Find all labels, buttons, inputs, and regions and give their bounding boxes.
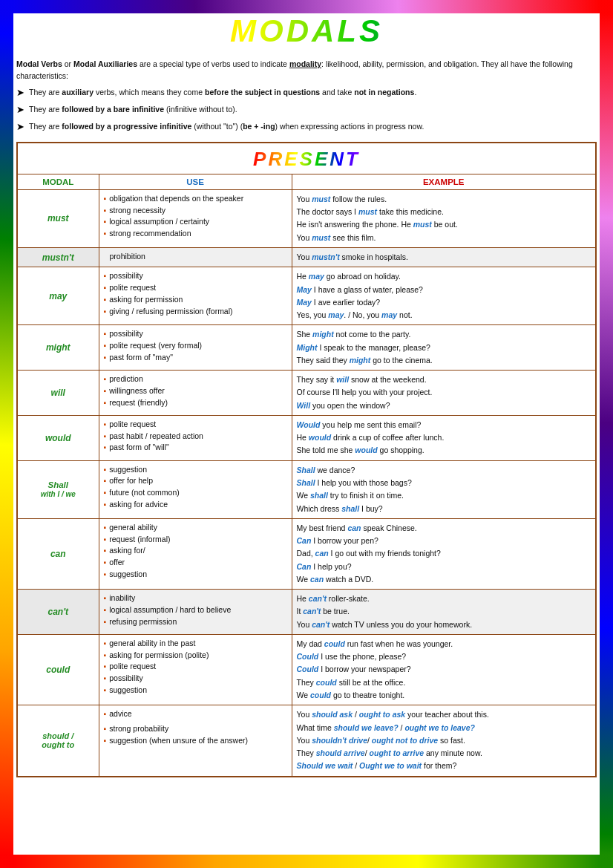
table-row: would ▪polite request ▪past habit / repe… — [17, 415, 596, 460]
use-must: ▪obligation that depends on the speaker … — [99, 189, 292, 247]
table-row: might ▪possibility ▪polite request (very… — [17, 325, 596, 371]
modal-would: would — [17, 415, 99, 460]
use-will: ▪prediction ▪willingness offer ▪request … — [99, 371, 292, 416]
page-title: MODALS — [16, 13, 597, 49]
example-cant: He can't roller-skate. It can't be true.… — [292, 590, 596, 635]
example-shall: Shall we dance? Shall I help you with th… — [292, 460, 596, 518]
table-row: may ▪possibility ▪polite request ▪asking… — [17, 267, 596, 325]
use-can: ▪general ability ▪request (informal) ▪as… — [99, 518, 292, 589]
present-header: PRESENT — [17, 143, 596, 174]
example-would: Would you help me sent this email? He wo… — [292, 415, 596, 460]
table-row: mustn't prohibition You mustn't smoke in… — [17, 248, 596, 267]
table-row: will ▪prediction ▪willingness offer ▪req… — [17, 371, 596, 416]
example-can: My best friend can speak Chinese. Can I … — [292, 518, 596, 589]
col-modal-header: MODAL — [17, 174, 99, 189]
use-should: ▪advice ▪strong probability ▪suggestion … — [99, 705, 292, 777]
modal-mustnt: mustn't — [17, 248, 99, 267]
table-row: Shallwith I / we ▪suggestion ▪offer for … — [17, 460, 596, 518]
col-use-header: USE — [99, 174, 292, 189]
use-may: ▪possibility ▪polite request ▪asking for… — [99, 267, 292, 325]
use-cant: ▪inability ▪logical assumption / hard to… — [99, 590, 292, 635]
table-row: should /ought to ▪advice ▪strong probabi… — [17, 705, 596, 777]
use-shall: ▪suggestion ▪offer for help ▪future (not… — [99, 460, 292, 518]
modal-could: could — [17, 634, 99, 705]
modal-might: might — [17, 325, 99, 371]
intro-section: Modal Verbs or Modal Auxiliaries are a s… — [16, 58, 597, 134]
modal-must: must — [17, 189, 99, 247]
modal-will: will — [17, 371, 99, 416]
modal-may: may — [17, 267, 99, 325]
modals-table: PRESENT MODAL USE EXAMPLE must ▪obligati… — [16, 142, 597, 777]
table-row: can ▪general ability ▪request (informal)… — [17, 518, 596, 589]
use-could: ▪general ability in the past ▪asking for… — [99, 634, 292, 705]
example-mustnt: You mustn't smoke in hospitals. — [292, 248, 596, 267]
table-row: can't ▪inability ▪logical assumption / h… — [17, 590, 596, 635]
use-would: ▪polite request ▪past habit / repeated a… — [99, 415, 292, 460]
use-mustnt: prohibition — [99, 248, 292, 267]
example-will: They say it will snow at the weekend. Of… — [292, 371, 596, 416]
example-must: You must follow the rules. The doctor sa… — [292, 189, 596, 247]
column-headers-row: MODAL USE EXAMPLE — [17, 174, 596, 189]
example-could: My dad could run fast when he was younge… — [292, 634, 596, 705]
table-row: must ▪obligation that depends on the spe… — [17, 189, 596, 247]
example-should: You should ask / ought to ask your teach… — [292, 705, 596, 777]
modal-shall: Shallwith I / we — [17, 460, 99, 518]
example-might: She might not come to the party. Might I… — [292, 325, 596, 371]
table-row: could ▪general ability in the past ▪aski… — [17, 634, 596, 705]
modal-should: should /ought to — [17, 705, 99, 777]
example-may: He may go abroad on holiday. May I have … — [292, 267, 596, 325]
modal-cant: can't — [17, 590, 99, 635]
modal-can: can — [17, 518, 99, 589]
use-might: ▪possibility ▪polite request (very forma… — [99, 325, 292, 371]
col-example-header: EXAMPLE — [292, 174, 596, 189]
